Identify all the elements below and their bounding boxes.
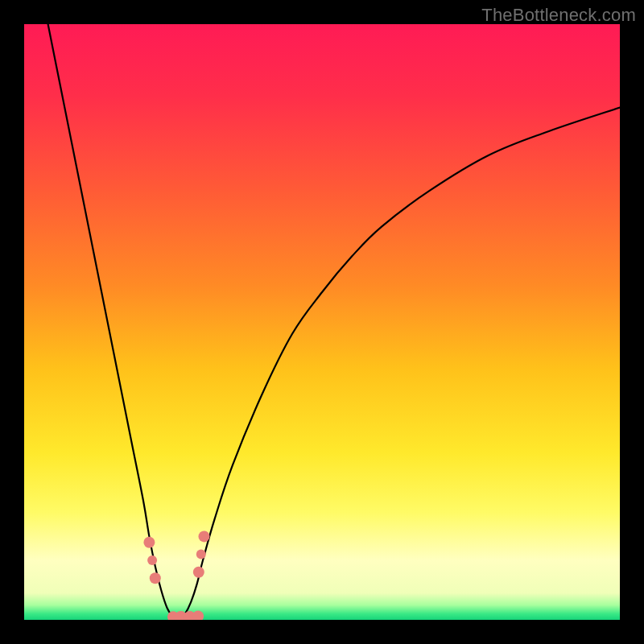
- data-marker: [198, 530, 209, 542]
- watermark-text: TheBottleneck.com: [481, 5, 636, 26]
- data-marker: [150, 572, 161, 584]
- data-marker: [143, 537, 155, 548]
- data-marker: [147, 555, 157, 565]
- data-marker: [193, 567, 204, 578]
- right-curve: [179, 108, 620, 620]
- marker-group: [143, 530, 209, 620]
- chart-svg: [24, 24, 620, 620]
- data-marker: [196, 550, 206, 559]
- left-curve: [48, 24, 180, 620]
- plot-area: [24, 24, 620, 620]
- chart-frame: TheBottleneck.com: [0, 0, 644, 644]
- data-marker: [192, 611, 204, 620]
